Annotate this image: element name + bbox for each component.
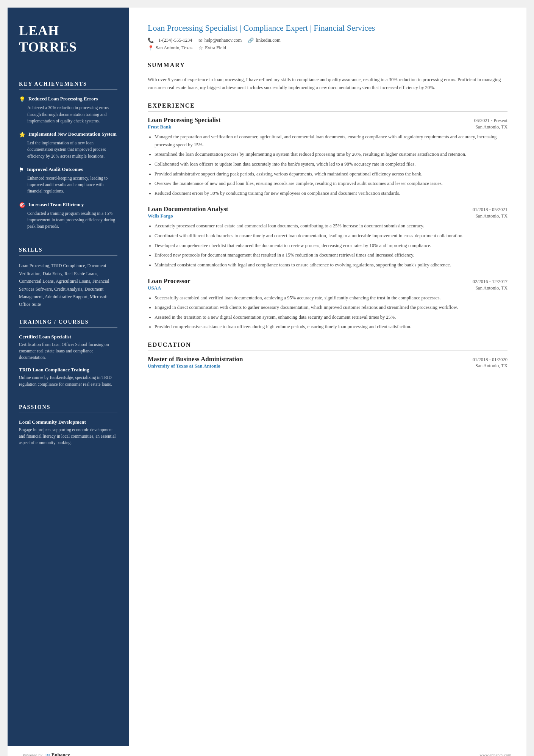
contact-row-2: 📍 San Antonio, Texas ☆ Extra Field <box>148 45 507 51</box>
job-company: USAA <box>148 285 161 291</box>
experience-section-title: EXPERIENCE <box>148 102 507 112</box>
bullet: Coordinated with different bank branches… <box>155 232 507 240</box>
achievement-desc: Led the implementation of a new loan doc… <box>19 140 117 160</box>
job-role: Loan Processor <box>148 277 190 285</box>
candidate-name: LEAH TORRES <box>19 23 117 55</box>
achievement-title: ⚑ Improved Audit Outcomes <box>19 166 117 173</box>
bullet: Enforced new protocols for document mana… <box>155 251 507 259</box>
job-company-row: USAA San Antonio, TX <box>148 285 507 291</box>
job-company: Frost Bank <box>148 124 171 130</box>
passions-section-title: PASSIONS <box>19 404 117 413</box>
sidebar: LEAH TORRES KEY ACHIEVEMENTS 💡 Reduced L… <box>8 8 129 746</box>
location-icon: 📍 <box>148 45 154 51</box>
passion-desc: Engage in projects supporting economic d… <box>19 427 117 446</box>
job-role: Loan Documentation Analyst <box>148 205 228 213</box>
job-company-row: Frost Bank San Antonio, TX <box>148 124 507 130</box>
footer: Powered by ∞ Enhancv www.enhancv.com <box>8 746 526 756</box>
bullet: Oversaw the maintenance of new and paid … <box>155 180 507 188</box>
star-icon: ☆ <box>198 45 203 51</box>
achievement-title: ⭐ Implemented New Documentation System <box>19 131 117 138</box>
job-entry-1: Loan Processing Specialist 06/2021 - Pre… <box>148 116 507 197</box>
job-role: Loan Processing Specialist <box>148 116 220 124</box>
bullet: Accurately processed consumer real-estat… <box>155 222 507 230</box>
main-header: Loan Processing Specialist | Compliance … <box>148 23 507 51</box>
enhancv-logo: ∞ Enhancv <box>45 751 70 756</box>
achievement-title: 🎯 Increased Team Efficiency <box>19 202 117 208</box>
achievement-desc: Achieved a 30% reduction in processing e… <box>19 105 117 124</box>
brand-name: Enhancv <box>52 752 70 756</box>
bullet: Provided administrative support during p… <box>155 170 507 178</box>
job-dates: 02/2016 - 12/2017 <box>473 279 507 285</box>
footer-left: Powered by ∞ Enhancv <box>23 751 70 756</box>
job-company: Wells Fargo <box>148 213 173 219</box>
summary-section-title: SUMMARY <box>148 62 507 71</box>
achievement-icon-4: 🎯 <box>19 202 25 208</box>
job-header: Loan Documentation Analyst 01/2018 - 05/… <box>148 205 507 213</box>
job-company-row: Wells Fargo San Antonio, TX <box>148 213 507 219</box>
achievement-icon-2: ⭐ <box>19 131 25 138</box>
training-title: TRID Loan Compliance Training <box>19 367 117 373</box>
contact-row: 📞 +1-(234)-555-1234 ✉ help@enhancv.com 🔗… <box>148 38 507 44</box>
edu-header: Master of Business Administration 01/201… <box>148 355 507 363</box>
achievement-item: ⭐ Implemented New Documentation System L… <box>19 131 117 160</box>
linkedin-icon: 🔗 <box>248 38 254 44</box>
job-bullets: Successfully assembled and verified loan… <box>148 294 507 331</box>
job-entry-3: Loan Processor 02/2016 - 12/2017 USAA Sa… <box>148 277 507 331</box>
job-location: San Antonio, TX <box>475 124 507 130</box>
edu-entry: Master of Business Administration 01/201… <box>148 355 507 369</box>
contact-phone: 📞 +1-(234)-555-1234 <box>148 38 192 44</box>
bullet: Assisted in the transition to a new digi… <box>155 313 507 321</box>
training-desc: Certification from Loan Officer School f… <box>19 341 117 361</box>
job-header: Loan Processing Specialist 06/2021 - Pre… <box>148 116 507 124</box>
bullet: Successfully assembled and verified loan… <box>155 294 507 302</box>
contact-location: 📍 San Antonio, Texas <box>148 45 192 51</box>
achievement-desc: Enhanced record-keeping accuracy, leadin… <box>19 175 117 195</box>
achievement-item: ⚑ Improved Audit Outcomes Enhanced recor… <box>19 166 117 195</box>
edu-degree: Master of Business Administration <box>148 355 243 363</box>
edu-school: University of Texas at San Antonio <box>148 363 220 369</box>
contact-extra: ☆ Extra Field <box>198 45 226 51</box>
achievement-icon-1: 💡 <box>19 96 25 103</box>
training-section-title: TRAINING / COURSES <box>19 319 117 328</box>
job-dates: 01/2018 - 05/2021 <box>473 207 507 213</box>
achievement-desc: Conducted a training program resulting i… <box>19 210 117 230</box>
skills-section-title: SKILLS <box>19 247 117 256</box>
heart-icon: ∞ <box>45 751 50 756</box>
contact-email: ✉ help@enhancv.com <box>198 38 242 44</box>
edu-location: San Antonio, TX <box>475 363 507 369</box>
bullet: Managed the preparation and verification… <box>155 133 507 149</box>
training-title: Certified Loan Specialist <box>19 334 117 340</box>
job-header: Loan Processor 02/2016 - 12/2017 <box>148 277 507 285</box>
job-title: Loan Processing Specialist | Compliance … <box>148 23 507 34</box>
bullet: Provided comprehensive assistance to loa… <box>155 323 507 331</box>
achievement-item: 💡 Reduced Loan Processing Errors Achieve… <box>19 96 117 124</box>
job-location: San Antonio, TX <box>475 213 507 219</box>
job-dates: 06/2021 - Present <box>474 118 507 124</box>
achievement-item: 🎯 Increased Team Efficiency Conducted a … <box>19 202 117 230</box>
powered-by-text: Powered by <box>23 753 42 756</box>
achievement-title: 💡 Reduced Loan Processing Errors <box>19 96 117 103</box>
education-section-title: EDUCATION <box>148 341 507 351</box>
bullet: Developed a comprehensive checklist that… <box>155 242 507 250</box>
job-bullets: Managed the preparation and verification… <box>148 133 507 197</box>
bullet: Maintained consistent communication with… <box>155 261 507 269</box>
training-desc: Online course by BankersEdge, specializi… <box>19 374 117 388</box>
achievements-section-title: KEY ACHIEVEMENTS <box>19 81 117 90</box>
job-entry-2: Loan Documentation Analyst 01/2018 - 05/… <box>148 205 507 269</box>
bullet: Collaborated with loan officers to updat… <box>155 160 507 168</box>
skills-text: Loan Processing, TRID Compliance, Docume… <box>19 262 117 308</box>
bullet: Streamlined the loan documentation proce… <box>155 150 507 158</box>
summary-text: With over 5 years of experience in loan … <box>148 76 507 92</box>
achievement-icon-3: ⚑ <box>19 167 24 173</box>
footer-website: www.enhancv.com <box>480 753 512 756</box>
job-location: San Antonio, TX <box>475 285 507 291</box>
edu-dates: 01/2018 - 01/2020 <box>473 357 507 363</box>
phone-icon: 📞 <box>148 38 154 44</box>
job-bullets: Accurately processed consumer real-estat… <box>148 222 507 269</box>
passion-title: Local Community Development <box>19 419 117 425</box>
training-item: Certified Loan Specialist Certification … <box>19 334 117 361</box>
passion-item: Local Community Development Engage in pr… <box>19 419 117 446</box>
bullet: Reduced document errors by 30% by conduc… <box>155 189 507 197</box>
edu-school-row: University of Texas at San Antonio San A… <box>148 363 507 369</box>
bullet: Engaged in direct communication with cli… <box>155 304 507 311</box>
